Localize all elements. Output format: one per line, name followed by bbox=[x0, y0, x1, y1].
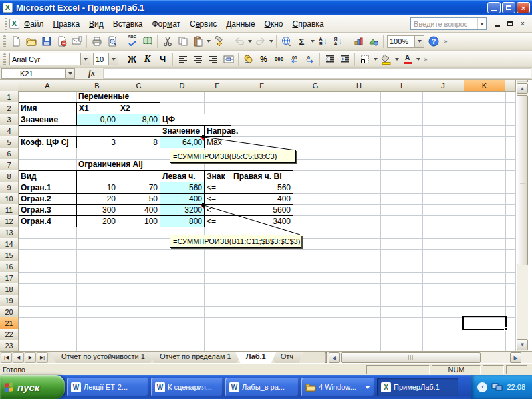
thousands-icon[interactable]: 000 bbox=[271, 52, 287, 66]
column-header-J[interactable]: J bbox=[422, 80, 464, 92]
autosum-dropdown-icon[interactable] bbox=[309, 35, 315, 49]
cell-A10[interactable]: Огран.2 bbox=[18, 193, 77, 205]
row-header-15[interactable]: 15 bbox=[0, 249, 19, 261]
fill-color-icon[interactable] bbox=[378, 52, 394, 66]
cell-A3[interactable]: Значение bbox=[18, 114, 77, 126]
percent-icon[interactable]: % bbox=[256, 52, 271, 66]
workbook-restore-button[interactable] bbox=[505, 19, 515, 29]
vertical-scroll-thumb[interactable] bbox=[517, 95, 528, 265]
zoom-dropdown-icon[interactable] bbox=[414, 36, 424, 47]
undo-icon[interactable] bbox=[231, 35, 247, 49]
menu-item-вид[interactable]: Вид bbox=[84, 17, 108, 31]
borders-dropdown-icon[interactable] bbox=[372, 52, 378, 66]
print-preview-icon[interactable] bbox=[104, 35, 120, 49]
ask-question-box[interactable]: Введите вопрос bbox=[410, 17, 487, 30]
cell-B10[interactable]: 20 bbox=[76, 193, 118, 205]
cell-C11[interactable]: 400 bbox=[118, 204, 160, 216]
cut-icon[interactable] bbox=[160, 35, 175, 49]
cell-B1[interactable]: Переменные bbox=[76, 91, 118, 102]
zoom-select[interactable]: 100% bbox=[387, 35, 424, 48]
row-header-21[interactable]: 21 bbox=[0, 317, 19, 329]
cell-B8[interactable] bbox=[76, 170, 118, 182]
toolbar-drag-handle[interactable] bbox=[3, 53, 6, 65]
cell-D12[interactable]: 800 bbox=[160, 215, 205, 227]
column-header-E[interactable]: E bbox=[204, 80, 231, 92]
toolbar-drag-handle[interactable] bbox=[3, 35, 6, 47]
open-folder-icon[interactable] bbox=[23, 35, 39, 49]
column-header-G[interactable]: G bbox=[293, 80, 338, 92]
minimize-button[interactable] bbox=[487, 2, 501, 13]
scroll-down-icon[interactable]: ▼ bbox=[517, 339, 528, 350]
column-header-B[interactable]: B bbox=[76, 80, 118, 92]
italic-icon[interactable]: К bbox=[140, 52, 155, 66]
tab-scroll-first-icon[interactable]: |◀ bbox=[1, 352, 12, 363]
paste-dropdown-icon[interactable] bbox=[205, 35, 211, 49]
cell-D10[interactable]: 400 bbox=[160, 193, 205, 205]
tab-scroll-prev-icon[interactable]: ◀ bbox=[13, 352, 24, 363]
formula-input[interactable] bbox=[103, 68, 531, 79]
split-handle[interactable] bbox=[517, 80, 528, 82]
autosum-icon[interactable]: Σ bbox=[294, 35, 309, 49]
scroll-left-icon[interactable]: ◀ bbox=[329, 352, 340, 363]
row-header-1[interactable]: 1 bbox=[0, 91, 19, 103]
redo-dropdown-icon[interactable] bbox=[268, 35, 274, 49]
cell-C5[interactable]: 8 bbox=[118, 136, 160, 148]
cell-A11[interactable]: Огран.3 bbox=[18, 204, 77, 216]
cell-B5[interactable]: 3 bbox=[76, 136, 118, 148]
question-dropdown-icon[interactable] bbox=[477, 18, 486, 29]
column-header-K[interactable]: K bbox=[464, 80, 506, 92]
row-header-6[interactable]: 6 bbox=[0, 148, 19, 160]
cell-A12[interactable]: Огран.4 bbox=[18, 215, 77, 227]
row-header-13[interactable]: 13 bbox=[0, 227, 19, 239]
row-header-9[interactable]: 9 bbox=[0, 182, 19, 194]
cell-B11[interactable]: 300 bbox=[76, 204, 118, 216]
tab-scroll-next-icon[interactable]: ▶ bbox=[25, 352, 36, 363]
research-icon[interactable] bbox=[140, 35, 155, 49]
cell-C8[interactable] bbox=[118, 170, 160, 182]
cell-B2[interactable]: X1 bbox=[76, 102, 118, 114]
row-header-5[interactable]: 5 bbox=[0, 136, 19, 148]
row-header-12[interactable]: 12 bbox=[0, 215, 19, 227]
tab-scroll-last-icon[interactable]: ▶| bbox=[37, 352, 48, 363]
scroll-right-icon[interactable]: ▶ bbox=[510, 352, 521, 363]
menu-item-формат[interactable]: Формат bbox=[147, 17, 185, 31]
fill-color-dropdown-icon[interactable] bbox=[394, 52, 400, 66]
row-header-2[interactable]: 2 bbox=[0, 102, 19, 114]
font-select[interactable]: Arial Cyr bbox=[9, 53, 90, 65]
column-header-A[interactable]: A bbox=[18, 80, 77, 92]
cell-D9[interactable]: 560 bbox=[160, 182, 205, 194]
close-button[interactable]: × bbox=[517, 2, 530, 13]
decrease-indent-icon[interactable] bbox=[322, 52, 337, 66]
cell-A8[interactable]: Вид bbox=[18, 170, 77, 182]
cell-E4[interactable]: Направ. bbox=[204, 125, 231, 137]
cell-B9[interactable]: 10 bbox=[76, 182, 118, 194]
column-header-F[interactable]: F bbox=[231, 80, 293, 92]
cell-D11[interactable]: 3200 bbox=[160, 204, 205, 216]
align-center-icon[interactable] bbox=[190, 52, 205, 66]
menu-item-сервис[interactable]: Сервис bbox=[185, 17, 221, 31]
taskbar-button-3[interactable]: WЛабы_в ра... bbox=[225, 378, 299, 396]
row-header-10[interactable]: 10 bbox=[0, 193, 19, 205]
cell-F12[interactable]: 3400 bbox=[231, 215, 293, 227]
redo-icon[interactable] bbox=[253, 35, 268, 49]
column-header-D[interactable]: D bbox=[160, 80, 205, 92]
font-size-select[interactable]: 10 bbox=[93, 53, 118, 65]
workbook-minimize-button[interactable] bbox=[492, 19, 503, 29]
cell-D5[interactable]: 64,00 bbox=[160, 136, 205, 148]
menu-item-справка[interactable]: Справка bbox=[287, 17, 328, 31]
cell-B3[interactable]: 0,00 bbox=[76, 114, 118, 126]
cell-C10[interactable]: 50 bbox=[118, 193, 160, 205]
increase-decimal-icon[interactable]: ,00 bbox=[287, 52, 302, 66]
copy-icon[interactable] bbox=[175, 35, 190, 49]
workbook-close-button[interactable]: × bbox=[517, 19, 528, 29]
start-button[interactable]: пуск bbox=[0, 375, 65, 399]
column-header-I[interactable]: I bbox=[380, 80, 423, 92]
cell-D8[interactable]: Левая ч. bbox=[160, 170, 205, 182]
borders-icon[interactable] bbox=[357, 52, 372, 66]
menu-item-вставка[interactable]: Вставка bbox=[108, 17, 148, 31]
horizontal-scrollbar[interactable]: ◀▶ bbox=[327, 352, 532, 364]
cell-F11[interactable]: 5600 bbox=[231, 204, 293, 216]
fill-handle[interactable] bbox=[504, 327, 507, 331]
chart-wizard-icon[interactable] bbox=[350, 35, 366, 49]
font-size-dropdown-icon[interactable] bbox=[108, 53, 118, 65]
